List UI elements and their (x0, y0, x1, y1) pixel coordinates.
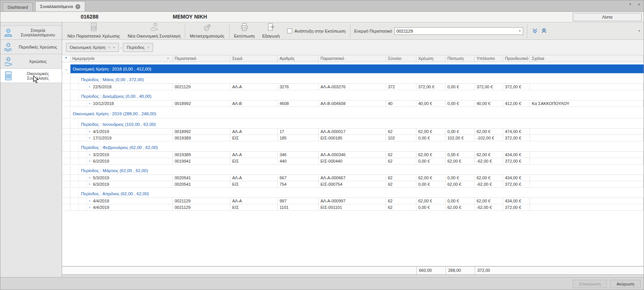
customer-code: 016288 (81, 14, 98, 20)
period-group-label: Περίοδος : Ιανουάριος (102,00 , 62,00) (79, 120, 644, 128)
gear-wave-icon (3, 41, 14, 53)
date-cell: ›6/3/2019 (87, 181, 173, 187)
new-financial-transaction-button[interactable]: 1 Νέα Οικονομική Συναλλαγή (124, 22, 184, 39)
list-button[interactable]: Λίστα (573, 13, 642, 21)
toolbar-button-label: Εξαγωγή (262, 34, 280, 38)
column-header-series[interactable]: Σειρά (230, 55, 278, 62)
active-incident-input[interactable] (395, 28, 517, 34)
column-header-total[interactable]: Σύνολο (386, 55, 416, 62)
comments-cell (530, 204, 644, 210)
grid-header-row: * Ημερομηνία≡ Περιστατικό Σειρά Αριθμός … (62, 55, 644, 62)
toolbar-separator (229, 24, 230, 38)
period-group-row[interactable]: Περίοδος : Δεκέμβριος (0,00 , 40,00) (62, 92, 644, 100)
transaction-row[interactable]: ›5/3/20190020541ΑΛ-Α667ΑΛ-Α-0006676262,0… (62, 175, 644, 181)
sidebar-item-label: Στοιχεία Συναλλασσόμενου (16, 28, 59, 37)
column-header-number[interactable]: Αριθμός (278, 55, 319, 62)
column-header-comments[interactable]: Σχόλια (530, 55, 644, 62)
period-group-row[interactable]: Περίοδος : Μάιος (0,00 , 372,00) (62, 75, 644, 84)
transaction-row[interactable]: ›4/4/20190021129ΑΛ-Α997ΑΛ-Α-0009976262,0… (62, 198, 644, 204)
groupby-chip-label: Περίοδος (127, 45, 144, 50)
transaction-row[interactable]: ›3/2/20190019389ΑΛ-Α346ΑΛ-Α-0003466262,0… (62, 152, 644, 158)
groupby-chip-period[interactable]: Περίοδος ≡ (123, 43, 153, 52)
expand-icon[interactable]: › (89, 100, 90, 107)
row-indicator (62, 100, 70, 107)
tab-dashboard[interactable]: Dashboard (3, 2, 33, 11)
transaction-row[interactable]: ›6/3/20190020541ΕΙΣ754ΕΙΣ-000754620,00 €… (62, 181, 644, 188)
debit-cell: 62,00 € (416, 129, 445, 135)
transaction-row[interactable]: ›6/2/20190019941ΕΙΣ440ΕΙΣ-000440620,00 €… (62, 158, 644, 165)
filter-icon[interactable]: ▼ (113, 46, 116, 49)
toolbar-overflow-icon[interactable]: ▼ (638, 30, 641, 32)
transform-button[interactable]: Μετασχηματισμός (186, 22, 228, 39)
indent-cell (70, 120, 79, 128)
column-header-document[interactable]: Παραστατικό (319, 55, 386, 62)
period-group-row[interactable]: Περίοδος : Απρίλιος (62,00 , 62,00) (62, 190, 644, 198)
collapse-all-groups-button[interactable] (541, 28, 547, 34)
expand-icon[interactable]: › (89, 158, 90, 164)
balance-cell: -102,00 € (475, 135, 503, 141)
cancel-button[interactable]: Ακύρωση (610, 280, 641, 288)
expand-icon[interactable]: › (89, 135, 90, 141)
sidebar-item-financial-transactions[interactable]: Οικονομικές Συναλλαγές (0, 69, 62, 83)
expand-icon[interactable]: › (89, 181, 90, 187)
fiscal-year-group-row[interactable]: →Οικονομική Χρήση : 2018 (0,00 , 412,00) (62, 64, 644, 74)
expand-icon[interactable]: › (89, 129, 90, 135)
transactions-grid: Οικονομική Χρήση ≡ ▼ - Περίοδος ≡ * Ημερ… (62, 40, 644, 275)
fiscal-year-group-row[interactable]: Οικονομική Χρήση : 2019 (288,00 , 248,00… (62, 109, 644, 118)
column-header-progressive-balance[interactable]: Προοδευτικό Υπόλοιπ (503, 55, 530, 62)
tab-close-icon[interactable]: × (75, 4, 80, 9)
new-charge-document-button[interactable]: Νέο Παραστατικό Χρέωσης (64, 22, 124, 39)
column-header-credit[interactable]: Πίστωση (445, 55, 475, 62)
column-header-date[interactable]: Ημερομηνία≡ (70, 55, 173, 62)
table-doc-icon (3, 70, 14, 82)
document-cell: ΑΛ-Β-004508 (319, 100, 386, 107)
total-cell: 62 (386, 175, 416, 181)
active-incident-combobox[interactable]: ▼ (394, 27, 523, 35)
sidebar-item-label: Περιοδικές Χρεώσεις (16, 45, 59, 49)
tab-synallassomenoi[interactable]: Συναλλασσόμενοι × (35, 1, 85, 11)
transaction-row[interactable]: ›10/12/20180018992ΑΛ-Β4508ΑΛ-Β-004508404… (62, 100, 644, 107)
row-indicator (62, 75, 70, 83)
period-group-row[interactable]: Περίοδος : Φεβρουάριος (62,00 , 62,00) (62, 143, 644, 152)
expand-icon[interactable]: › (89, 204, 90, 210)
column-header-debit[interactable]: Χρέωση (416, 55, 445, 62)
groupby-chip-fiscal-year[interactable]: Οικονομική Χρήση ≡ ▼ (66, 43, 119, 52)
transaction-row[interactable]: ›22/5/20180021129ΑΛ-Α3276ΑΛ-Α-0032763723… (62, 84, 644, 90)
number-cell: 185 (278, 135, 319, 141)
debit-cell: 0,00 € (416, 158, 445, 164)
toolbar-separator (185, 24, 185, 38)
combo-dropdown-icon[interactable]: ▼ (517, 30, 523, 32)
tabbar-close-icon[interactable]: × (638, 3, 641, 6)
comments-cell (530, 84, 644, 90)
indent-cell (79, 129, 87, 135)
column-header-balance[interactable]: Υπόλοιπο (475, 55, 503, 62)
document-cell: ΕΙΣ-000754 (319, 181, 386, 187)
print-button[interactable]: Εκτύπωση (230, 22, 259, 39)
sidebar-item-charges[interactable]: Χρεώσεις (0, 54, 62, 69)
period-group-row[interactable]: Περίοδος : Ιανουάριος (102,00 , 62,00) (62, 120, 644, 129)
export-button[interactable]: Εξαγωγή (258, 22, 283, 39)
expand-icon[interactable]: › (89, 152, 90, 158)
indent-cell (79, 198, 87, 204)
indent-cell (70, 100, 79, 107)
expand-icon[interactable]: › (89, 84, 90, 90)
date-cell: ›4/4/2019 (87, 198, 173, 204)
confirm-button[interactable]: Επικύρωση (573, 280, 607, 288)
tabbar-dropdown-icon[interactable]: ▼ (628, 3, 631, 6)
expand-icon[interactable]: › (89, 175, 90, 181)
sidebar-item-customer-details[interactable]: Στοιχεία Συναλλασσόμενου (0, 25, 62, 40)
row-indicator: → (62, 64, 70, 73)
transaction-row[interactable]: ›17/1/20190019389ΕΙΣ185ΕΙΣ-0001851020,00… (62, 135, 644, 141)
transaction-row[interactable]: ›4/1/20190018992ΑΛ-Α17ΑΛ-Α-0000176262,00… (62, 129, 644, 135)
number-cell: 997 (278, 198, 319, 204)
transaction-row[interactable]: ›4/4/20190021129ΕΙΣ1101ΕΙΣ-001101620,00 … (62, 204, 644, 211)
period-group-row[interactable]: Περίοδος : Μάρτιος (62,00 , 62,00) (62, 166, 644, 175)
expand-on-print-checkbox[interactable] (287, 28, 292, 33)
expand-icon[interactable]: › (89, 198, 90, 204)
sidebar-item-label: Χρεώσεις (16, 59, 59, 64)
expand-all-groups-button[interactable] (532, 28, 538, 34)
column-header-incident[interactable]: Περιστατικό (173, 55, 230, 62)
series-cell: ΑΛ-Α (230, 84, 278, 90)
sidebar-item-periodic-charges[interactable]: Περιοδικές Χρεώσεις (0, 40, 62, 54)
credit-cell: 0,00 € (445, 175, 475, 181)
